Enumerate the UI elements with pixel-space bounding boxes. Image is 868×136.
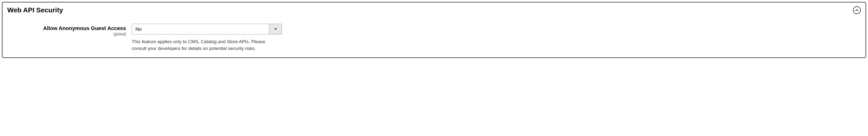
field-scope: [global]: [7, 32, 126, 36]
field-note: This feature applies only to CMS, Catalo…: [132, 38, 277, 52]
config-field-row: Allow Anonymous Guest Access [global] No…: [7, 24, 861, 52]
select-caret: [269, 24, 282, 34]
field-label-column: Allow Anonymous Guest Access [global]: [7, 24, 126, 36]
field-label: Allow Anonymous Guest Access: [7, 25, 126, 31]
section-title: Web API Security: [7, 6, 63, 14]
chevron-up-icon: [855, 8, 859, 12]
field-control-column: No This feature applies only to CMS, Cat…: [132, 24, 282, 52]
anonymous-access-select[interactable]: No: [132, 24, 282, 34]
config-section: Web API Security Allow Anonymous Guest A…: [2, 2, 866, 58]
section-header: Web API Security: [7, 6, 861, 14]
collapse-toggle-button[interactable]: [853, 6, 861, 14]
caret-down-icon: [274, 27, 277, 31]
select-value: No: [132, 24, 269, 34]
